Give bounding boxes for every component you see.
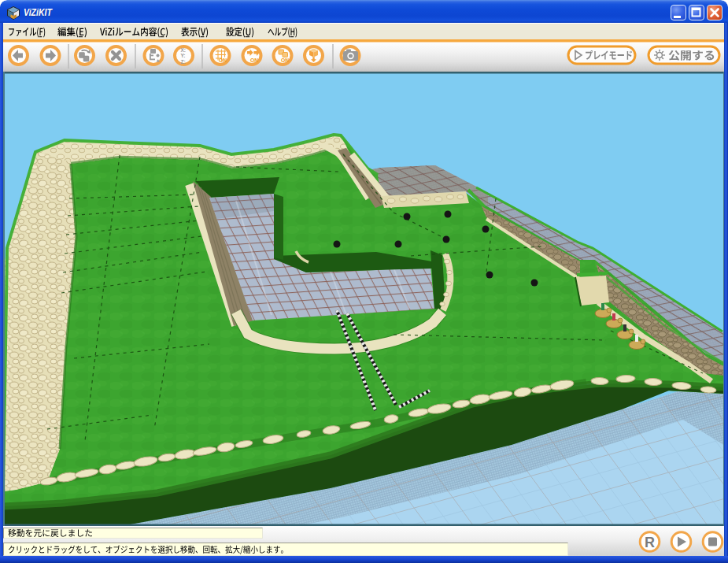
svg-text:X:: X: — [181, 47, 187, 53]
svg-text:ON: ON — [219, 57, 227, 63]
svg-text:Z:: Z: — [181, 59, 186, 65]
svg-text:ON: ON — [250, 57, 258, 63]
svg-text:R: R — [645, 535, 655, 550]
svg-text:Y:: Y: — [181, 53, 186, 58]
svg-text:ON: ON — [281, 57, 289, 63]
